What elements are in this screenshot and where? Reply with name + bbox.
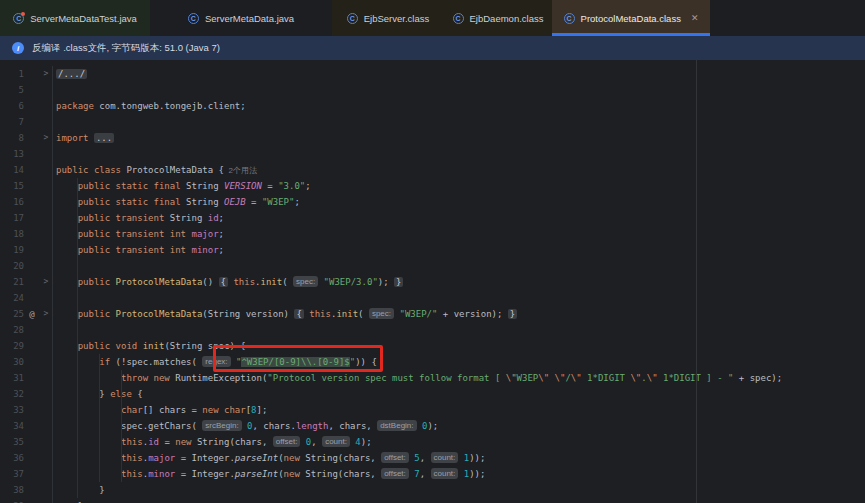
token-esc: \"	[538, 373, 549, 383]
code-line-38[interactable]: 38 }	[0, 482, 865, 498]
tab-label: EjbDaemon.class	[470, 13, 544, 24]
code-line-30[interactable]: 30 if (!spec.matches( regex: "^W3EP/[0-9…	[0, 354, 865, 370]
token-cf: VERSION	[224, 181, 262, 191]
code-line-32[interactable]: 32 } else {	[0, 386, 865, 402]
code-text: }	[53, 482, 105, 498]
code-line-29[interactable]: 29 public void init(String spec) {	[0, 338, 865, 354]
class-icon: C	[188, 13, 199, 24]
token-pl: ;	[294, 197, 299, 207]
fold-arrow-icon[interactable]: >	[40, 274, 52, 290]
code-line-17[interactable]: 17 public transient String id;	[0, 210, 865, 226]
token-fd: minor	[191, 245, 218, 255]
tab-protocolmetadata-class[interactable]: CProtocolMetaData.class✕	[552, 0, 710, 36]
gutter-spacer	[24, 402, 40, 418]
code-line-37[interactable]: 37 this.minor = Integer.parseInt(new Str…	[0, 466, 865, 482]
token-st: 1*DIGIT	[582, 373, 631, 383]
code-line-18[interactable]: 18 public transient int major;	[0, 226, 865, 242]
token-kw: public class	[56, 165, 121, 175]
line-number: 15	[0, 178, 24, 194]
fold-spacer	[40, 194, 52, 210]
gutter: 17	[0, 210, 53, 226]
code-text: public ProtocolMetaData() { this.init( s…	[53, 274, 403, 290]
fold-arrow-icon[interactable]: >	[40, 306, 52, 322]
gutter-spacer	[24, 178, 40, 194]
token-use: 2个用法	[224, 166, 257, 175]
token-fold: {	[294, 309, 303, 319]
code-line-7[interactable]: 7	[0, 114, 865, 130]
token-sm: parseInt	[235, 469, 278, 479]
code-line-19[interactable]: 19 public transient int minor;	[0, 242, 865, 258]
token-mt: init	[143, 341, 165, 351]
tab-servermetadatatest-java[interactable]: CServerMetaDataTest.java	[0, 0, 150, 36]
code-line-6[interactable]: 6package com.tongweb.tongejb.client;	[0, 98, 865, 114]
right-margin-guide	[696, 60, 697, 503]
token-pl: =	[246, 197, 262, 207]
code-line-28[interactable]: 28	[0, 322, 865, 338]
class-icon: C	[564, 13, 575, 24]
code-line-24[interactable]: 24	[0, 290, 865, 306]
fold-spacer	[40, 210, 52, 226]
tab-label: EjbServer.class	[364, 13, 429, 24]
code-text: if (!spec.matches( regex: "^W3EP/[0-9]\\…	[53, 354, 377, 370]
token-pl: (	[358, 309, 369, 319]
token-pl: String(chars,	[300, 469, 381, 479]
code-line-21[interactable]: 21> public ProtocolMetaData() { this.ini…	[0, 274, 865, 290]
token-pl: )) {	[355, 357, 377, 367]
token-fold: }	[508, 309, 517, 319]
fold-arrow-icon[interactable]: >	[40, 66, 52, 82]
token-pl: + spec);	[733, 373, 782, 383]
token-pl: );	[427, 421, 438, 431]
indent-guide	[99, 354, 100, 482]
gutter-spacer	[24, 322, 40, 338]
token-hint: count:	[322, 436, 350, 447]
code-line-5[interactable]: 5	[0, 82, 865, 98]
code-editor[interactable]: 1>/.../56package com.tongweb.tongejb.cli…	[0, 60, 865, 503]
line-number: 19	[0, 242, 24, 258]
line-number: 20	[0, 258, 24, 274]
gutter-spacer	[24, 194, 40, 210]
token-pl: ;	[219, 245, 224, 255]
gutter: 8>	[0, 130, 53, 146]
token-cf: OEJB	[224, 197, 246, 207]
token-kw: public transient	[56, 213, 164, 223]
code-line-25[interactable]: 25@> public ProtocolMetaData(String vers…	[0, 306, 865, 322]
token-pl: (!spec.matches(	[110, 357, 202, 367]
line-number: 29	[0, 338, 24, 354]
code-line-34[interactable]: 34 spec.getChars( srcBegin: 0, chars.len…	[0, 418, 865, 434]
tab-servermetadata-java[interactable]: CServerMetaData.java	[150, 0, 332, 36]
code-line-20[interactable]: 20	[0, 258, 865, 274]
gutter: 31	[0, 370, 53, 386]
code-text: spec.getChars( srcBegin: 0, chars.length…	[53, 418, 438, 434]
code-text: this.minor = Integer.parseInt(new String…	[53, 466, 485, 482]
gutter-spacer	[24, 274, 40, 290]
token-fd: length	[296, 421, 329, 431]
token-pl: (	[282, 277, 293, 287]
token-st: W3EP	[517, 373, 539, 383]
code-line-39[interactable]: 39 }	[0, 498, 865, 503]
code-line-33[interactable]: 33 char[] chars = new char[8];	[0, 402, 865, 418]
code-line-8[interactable]: 8>import ...	[0, 130, 865, 146]
ide-window: CServerMetaDataTest.javaCServerMetaData.…	[0, 0, 865, 503]
fold-spacer	[40, 418, 52, 434]
fold-spacer	[40, 402, 52, 418]
gutter: 1>	[0, 66, 53, 82]
tab-ejbserver-class[interactable]: CEjbServer.class	[332, 0, 444, 36]
indent-guide	[77, 178, 78, 498]
code-text: this.major = Integer.parseInt(new String…	[53, 450, 485, 466]
tab-close-icon[interactable]: ✕	[691, 13, 699, 23]
code-line-1[interactable]: 1>/.../	[0, 66, 865, 82]
code-line-15[interactable]: 15 public static final String VERSION = …	[0, 178, 865, 194]
line-number: 1	[0, 66, 24, 82]
fold-arrow-icon[interactable]: >	[40, 130, 52, 146]
code-line-14[interactable]: 14public class ProtocolMetaData { 2个用法	[0, 162, 865, 178]
class-icon: C	[347, 13, 358, 24]
code-line-35[interactable]: 35 this.id = new String(chars, offset: 0…	[0, 434, 865, 450]
tab-ejbdaemon-class[interactable]: CEjbDaemon.class	[444, 0, 552, 36]
code-line-31[interactable]: 31 throw new RuntimeException("Protocol …	[0, 370, 865, 386]
code-line-16[interactable]: 16 public static final String OEJB = "W3…	[0, 194, 865, 210]
code-line-13[interactable]: 13	[0, 146, 865, 162]
line-number: 39	[0, 498, 24, 503]
code-line-36[interactable]: 36 this.major = Integer.parseInt(new Str…	[0, 450, 865, 466]
gutter-spacer	[24, 162, 40, 178]
token-pl: ProtocolMetaData {	[121, 165, 224, 175]
